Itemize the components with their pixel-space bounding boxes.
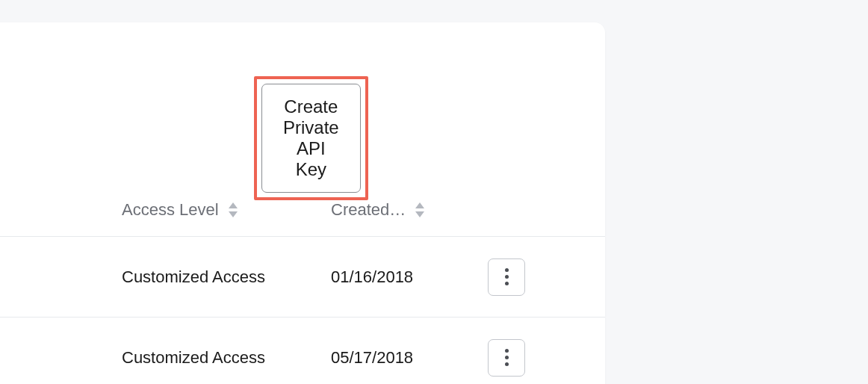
row-actions-button[interactable]: [488, 258, 525, 296]
api-keys-panel: Create Private API Key Access Level Crea…: [0, 22, 605, 384]
row-actions-button[interactable]: [488, 339, 525, 377]
create-private-api-key-button[interactable]: Create Private API Key: [261, 84, 361, 193]
table-row: Customized Access 01/16/2018: [0, 236, 605, 317]
cell-access-level: Customized Access: [122, 267, 331, 287]
kebab-icon: [505, 268, 509, 285]
sort-icon: [415, 202, 425, 217]
cell-created: 05/17/2018: [331, 348, 488, 368]
cell-created: 01/16/2018: [331, 267, 488, 287]
highlight-annotation: Create Private API Key: [254, 76, 368, 200]
table-header-row: Access Level Created…: [0, 200, 605, 236]
column-header-created[interactable]: Created…: [331, 200, 488, 220]
kebab-icon: [505, 349, 509, 366]
table-row: Customized Access 05/17/2018: [0, 317, 605, 384]
cell-access-level: Customized Access: [122, 348, 331, 368]
sort-icon: [228, 202, 238, 217]
column-header-label: Access Level: [122, 200, 219, 220]
column-header-access-level[interactable]: Access Level: [122, 200, 331, 220]
api-keys-table: Access Level Created… Customized Access …: [0, 200, 605, 384]
column-header-label: Created…: [331, 200, 406, 220]
